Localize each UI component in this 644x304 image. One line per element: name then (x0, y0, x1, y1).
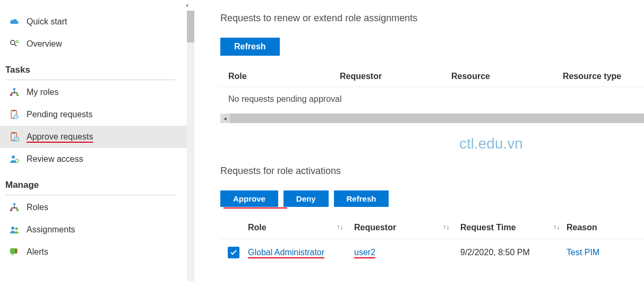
table2-row[interactable]: Global Administrator user2 9/2/2020, 8:5… (220, 239, 644, 266)
section2-title: Requests for role activations (220, 166, 644, 177)
svg-rect-23 (15, 249, 16, 251)
svg-rect-13 (13, 132, 15, 134)
chat-alert-icon (10, 247, 19, 257)
divider (5, 195, 175, 195)
sidebar-item-roles[interactable]: Roles (0, 196, 188, 219)
svg-point-7 (10, 94, 13, 97)
row-reason-link[interactable]: Test PIM (566, 248, 599, 257)
sidebar-item-review-access[interactable]: Review access (0, 148, 188, 170)
clipboard-clock-icon (10, 110, 19, 119)
watermark: ctl.edu.vn (459, 135, 523, 152)
col-resource-type[interactable]: Resource type (563, 72, 642, 81)
nav-label: Review access (27, 154, 83, 164)
svg-point-18 (10, 209, 13, 212)
row-checkbox[interactable] (228, 247, 239, 258)
svg-point-15 (12, 155, 15, 159)
svg-rect-2 (16, 40, 17, 41)
collapse-sidebar-icon[interactable]: ‹‹ (186, 1, 186, 9)
refresh-button-2[interactable]: Refresh (334, 190, 389, 207)
svg-point-0 (11, 40, 15, 45)
svg-point-19 (16, 209, 19, 212)
tasks-header: Tasks (0, 55, 188, 77)
deny-button[interactable]: Deny (284, 190, 329, 207)
sidebar-item-approve-requests[interactable]: Approve requests (0, 126, 188, 148)
search-grid-icon (10, 39, 19, 49)
org-chart-icon (10, 88, 19, 97)
main-content: Requests to renew or extend role assignm… (188, 0, 644, 304)
nav-label: Pending requests (27, 110, 93, 119)
row-time-value: 9/2/2020, 8:50 PM (460, 248, 530, 257)
clipboard-check-icon (10, 132, 19, 142)
col2-reason[interactable]: Reason (566, 223, 630, 232)
col-role[interactable]: Role (228, 72, 340, 81)
sidebar-item-overview[interactable]: Overview (0, 33, 188, 55)
sidebar: ‹‹ Quick start Overview Tasks My roles (0, 0, 188, 304)
nav-label: Overview (27, 39, 62, 49)
col-resource[interactable]: Resource (451, 72, 563, 81)
col-requestor[interactable]: Requestor (340, 72, 451, 81)
svg-point-21 (15, 228, 18, 230)
refresh-button[interactable]: Refresh (220, 38, 280, 56)
highlight-underline (224, 207, 287, 209)
section1-title: Requests to renew or extend role assignm… (220, 13, 644, 24)
col2-role[interactable]: Role↑↓ (248, 223, 354, 232)
nav-label: My roles (27, 88, 58, 97)
users-icon (10, 225, 19, 234)
horizontal-scrollbar[interactable]: ◂ (220, 114, 644, 123)
divider (5, 80, 175, 80)
svg-point-8 (16, 94, 19, 97)
svg-line-1 (14, 44, 16, 46)
sidebar-item-my-roles[interactable]: My roles (0, 81, 188, 103)
sort-icon[interactable]: ↑↓ (553, 223, 560, 232)
svg-point-17 (13, 203, 16, 206)
sort-icon[interactable]: ↑↓ (443, 223, 450, 232)
nav-label: Roles (27, 203, 48, 212)
nav-label: Assignments (27, 225, 75, 234)
row-role-link[interactable]: Global Administrator (248, 248, 324, 257)
row-requestor-link[interactable]: user2 (354, 248, 375, 257)
svg-rect-5 (18, 42, 19, 43)
nav-label: Approve requests (27, 132, 93, 142)
svg-point-20 (11, 227, 14, 230)
svg-point-6 (13, 88, 16, 91)
col2-requestor[interactable]: Requestor↑↓ (354, 223, 460, 232)
scroll-left-icon[interactable]: ◂ (220, 114, 230, 123)
table2-header: Role↑↓ Requestor↑↓ Request Time↑↓ Reason (220, 207, 644, 239)
cloud-icon (10, 17, 19, 27)
nav-label: Quick start (27, 17, 67, 27)
manage-header: Manage (0, 170, 188, 193)
nav-label: Alerts (27, 247, 48, 257)
col2-request-time[interactable]: Request Time↑↓ (460, 223, 566, 232)
table1-empty: No requests pending approval (220, 87, 644, 111)
sidebar-item-assignments[interactable]: Assignments (0, 219, 188, 241)
org-chart-icon (10, 203, 19, 212)
sidebar-item-quick-start[interactable]: Quick start (0, 11, 188, 33)
svg-rect-4 (16, 42, 17, 43)
table1-header: Role Requestor Resource Resource type (220, 56, 644, 87)
user-cog-icon (10, 154, 19, 164)
svg-rect-10 (13, 110, 15, 111)
svg-rect-3 (18, 40, 19, 41)
approve-button[interactable]: Approve (220, 190, 278, 207)
sidebar-item-pending-requests[interactable]: Pending requests (0, 103, 188, 126)
sidebar-item-alerts[interactable]: Alerts (0, 241, 188, 263)
sort-icon[interactable]: ↑↓ (337, 223, 344, 232)
svg-rect-24 (15, 252, 16, 253)
